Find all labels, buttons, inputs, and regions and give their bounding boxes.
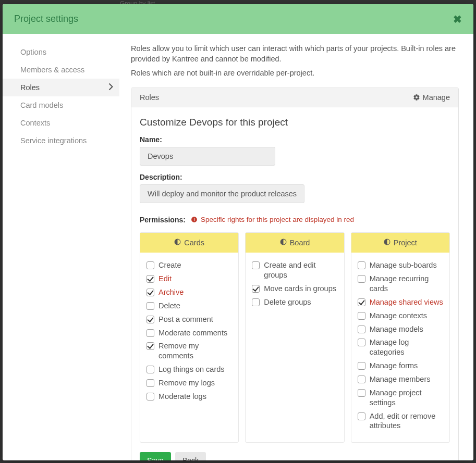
permission-item: Edit (147, 272, 232, 286)
sidebar-item-label: Service integrations (20, 136, 87, 145)
permission-label: Edit (158, 274, 172, 284)
roles-panel-body: Customize Devops for this project Name: … (131, 107, 458, 460)
permission-item: Archive (147, 286, 232, 299)
permission-checkbox[interactable] (147, 289, 154, 296)
permission-column-header: Project (351, 233, 449, 253)
modal-body: OptionsMembers & accessRolesCard modelsC… (3, 34, 473, 460)
permission-item: Move cards in groups (252, 282, 337, 296)
permission-item: Delete groups (252, 295, 337, 309)
permission-checkbox[interactable] (147, 342, 154, 350)
permission-label: Log things on cards (158, 365, 225, 374)
permission-checkbox[interactable] (147, 379, 154, 387)
name-label: Name: (140, 135, 450, 144)
permission-item: Create (147, 259, 232, 272)
permission-label: Manage shared views (370, 297, 443, 307)
info-icon (191, 216, 198, 223)
permission-checkbox[interactable] (147, 393, 154, 401)
permission-label: Manage forms (370, 361, 418, 371)
roles-panel: Roles Manage Customize Devops for this p… (131, 87, 459, 460)
close-icon[interactable]: ✖ (453, 14, 462, 24)
permission-column-header: Cards (140, 233, 238, 253)
permission-column-cards: CardsCreateEditArchiveDeletePost a comme… (140, 232, 239, 443)
permissions-note-text: Specific rights for this project are dis… (201, 216, 354, 223)
permission-label: Manage contexts (370, 311, 427, 321)
sidebar-item-label: Members & access (20, 66, 84, 74)
permission-item: Manage shared views (358, 295, 443, 309)
sidebar-item-service-integrations[interactable]: Service integrations (3, 132, 119, 149)
permission-label: Delete (158, 301, 180, 311)
permission-label: Manage recurring cards (370, 274, 443, 294)
permission-label: Add, edit or remove attributes (370, 411, 443, 431)
permission-checkbox[interactable] (358, 298, 365, 306)
permission-label: Manage models (370, 324, 423, 334)
description-label: Description: (140, 173, 450, 181)
intro-line-1: Roles allow you to limit which user can … (131, 43, 459, 65)
permission-checkbox[interactable] (147, 302, 154, 310)
sidebar-item-options[interactable]: Options (3, 43, 119, 61)
permission-column-title: Project (394, 239, 417, 247)
permission-label: Manage members (370, 374, 431, 384)
permission-checkbox[interactable] (358, 261, 365, 269)
sidebar-item-roles[interactable]: Roles (3, 79, 119, 96)
permission-item: Post a comment (147, 312, 232, 326)
permission-column-title: Cards (184, 239, 204, 247)
permission-item: Manage models (358, 322, 443, 336)
permission-checkbox[interactable] (358, 275, 365, 283)
permission-item: Manage recurring cards (358, 272, 443, 296)
permission-checkbox[interactable] (147, 366, 154, 373)
manage-roles-label: Manage (423, 93, 450, 102)
settings-main: Roles allow you to limit which user can … (119, 34, 473, 460)
permission-label: Moderate comments (158, 328, 227, 338)
role-action-buttons: Save Back (140, 452, 450, 460)
save-button[interactable]: Save (140, 452, 171, 460)
modal-title: Project settings (14, 14, 78, 24)
permission-checkbox[interactable] (358, 312, 365, 320)
permission-checkbox[interactable] (147, 275, 154, 283)
permission-list: Manage sub-boardsManage recurring cardsM… (351, 253, 449, 442)
permission-checkbox[interactable] (358, 389, 365, 397)
permission-checkbox[interactable] (147, 261, 154, 269)
permission-item: Manage members (358, 372, 443, 386)
sidebar-item-label: Card models (20, 101, 63, 109)
permission-label: Manage project settings (370, 388, 443, 408)
permission-checkbox[interactable] (358, 412, 365, 420)
project-settings-modal: Project settings ✖ OptionsMembers & acce… (3, 4, 473, 460)
roles-panel-head: Roles Manage (131, 88, 458, 107)
settings-sidebar: OptionsMembers & accessRolesCard modelsC… (3, 34, 119, 460)
permissions-columns: CardsCreateEditArchiveDeletePost a comme… (140, 232, 450, 443)
role-name-input[interactable]: Devops (140, 147, 275, 166)
roles-panel-title: Roles (140, 93, 159, 102)
permission-label: Remove my comments (158, 341, 232, 361)
gear-icon (413, 94, 420, 101)
manage-roles-button[interactable]: Manage (413, 93, 450, 102)
permission-item: Manage log categories (358, 336, 443, 359)
permission-checkbox[interactable] (147, 329, 154, 337)
permission-label: Remove my logs (158, 378, 215, 388)
sidebar-item-members-access[interactable]: Members & access (3, 61, 119, 79)
roles-intro: Roles allow you to limit which user can … (131, 43, 459, 78)
permission-checkbox[interactable] (358, 376, 365, 383)
permission-checkbox[interactable] (252, 285, 260, 293)
permission-label: Delete groups (264, 297, 311, 307)
permission-item: Manage project settings (358, 386, 443, 409)
intro-line-2: Roles which are not built-in are overrid… (131, 68, 459, 78)
role-description-input[interactable]: Will deploy and monitor the product rele… (140, 184, 304, 203)
permission-checkbox[interactable] (147, 316, 154, 323)
permission-label: Post a comment (158, 315, 213, 324)
sidebar-item-contexts[interactable]: Contexts (3, 114, 119, 132)
sidebar-item-label: Contexts (20, 119, 50, 127)
permission-checkbox[interactable] (358, 326, 365, 333)
permission-checkbox[interactable] (252, 261, 260, 269)
permission-label: Create (158, 260, 181, 270)
contrast-icon (174, 239, 181, 247)
permission-list: Create and edit groupsMove cards in grou… (246, 253, 344, 318)
permission-checkbox[interactable] (252, 298, 260, 306)
permission-list: CreateEditArchiveDeletePost a commentMod… (140, 253, 238, 412)
sidebar-item-label: Roles (20, 83, 40, 92)
permission-checkbox[interactable] (358, 339, 365, 346)
permission-checkbox[interactable] (358, 362, 365, 370)
customize-heading: Customize Devops for this project (140, 117, 450, 128)
back-button[interactable]: Back (175, 452, 206, 460)
permission-item: Manage sub-boards (358, 259, 443, 272)
sidebar-item-card-models[interactable]: Card models (3, 96, 119, 114)
